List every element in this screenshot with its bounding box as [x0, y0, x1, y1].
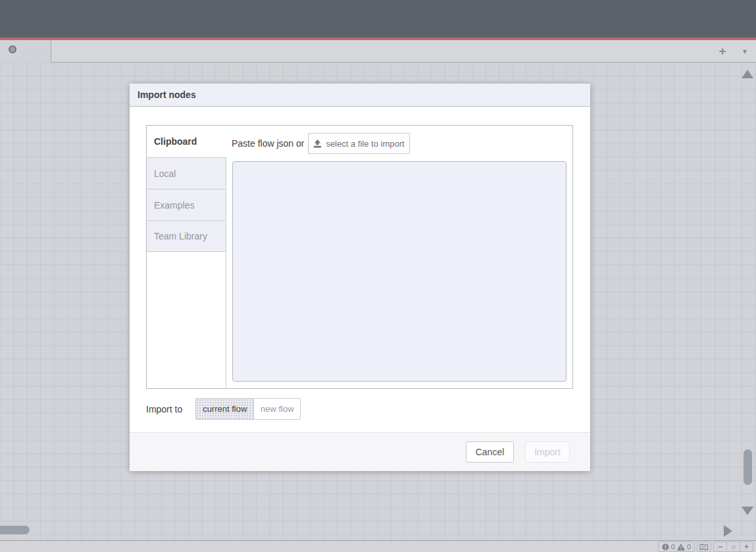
- dialog-footer: Cancel Import: [130, 432, 590, 471]
- map-icon: [699, 543, 709, 551]
- scroll-down-icon[interactable]: [742, 507, 753, 515]
- flow-list-dropdown-icon[interactable]: ▾: [739, 47, 751, 56]
- workspace-tabbar: + ▾: [0, 40, 756, 63]
- upload-icon: [313, 139, 322, 148]
- import-to-row: Import to current flow new flow: [146, 398, 301, 420]
- warning-count: 0: [687, 543, 691, 551]
- tab-examples[interactable]: Examples: [147, 189, 226, 220]
- workspace-tab-dot-icon: [9, 45, 16, 53]
- dialog-header: Import nodes: [130, 84, 590, 107]
- zoom-in-button[interactable]: +: [740, 541, 753, 552]
- zoom-reset-button[interactable]: ○: [726, 541, 740, 552]
- import-button[interactable]: Import: [525, 441, 570, 463]
- tabbar-controls: + ▾: [715, 40, 751, 63]
- dialog-title: Import nodes: [130, 84, 590, 106]
- import-source-panel: Clipboard Local Examples Team Library Pa…: [146, 125, 573, 389]
- zoom-out-button[interactable]: −: [713, 541, 727, 552]
- tab-local[interactable]: Local: [147, 157, 226, 189]
- import-to-label: Import to: [146, 404, 182, 414]
- error-circle-icon: [662, 543, 669, 551]
- add-flow-button[interactable]: +: [715, 44, 730, 59]
- app-header: [0, 0, 756, 38]
- notification-counts[interactable]: 0 0: [658, 541, 695, 552]
- warning-triangle-icon: [677, 543, 685, 551]
- cancel-button[interactable]: Cancel: [466, 441, 514, 463]
- select-file-button-label: select a file to import: [326, 139, 404, 149]
- vertical-scrollbar[interactable]: [743, 449, 752, 485]
- scroll-up-icon[interactable]: [742, 70, 753, 78]
- workspace-tab[interactable]: [0, 40, 51, 63]
- statusbar: 0 0 − ○ +: [0, 540, 756, 552]
- navigator-toggle-button[interactable]: [697, 541, 711, 552]
- scroll-right-icon[interactable]: [724, 525, 732, 537]
- flow-json-textarea[interactable]: [232, 161, 567, 382]
- import-nodes-dialog: Import nodes Clipboard Local Examples Te…: [130, 84, 590, 471]
- import-to-new-flow-button[interactable]: new flow: [253, 398, 301, 420]
- tab-team-library[interactable]: Team Library: [147, 220, 226, 252]
- select-file-button[interactable]: select a file to import: [308, 133, 410, 154]
- import-tab-column: Clipboard Local Examples Team Library: [147, 126, 226, 388]
- import-to-current-flow-button[interactable]: current flow: [195, 398, 254, 420]
- horizontal-scrollbar[interactable]: [0, 526, 30, 534]
- error-count: 0: [671, 543, 675, 551]
- paste-json-label: Paste flow json or: [232, 133, 305, 154]
- tab-clipboard[interactable]: Clipboard: [147, 126, 227, 157]
